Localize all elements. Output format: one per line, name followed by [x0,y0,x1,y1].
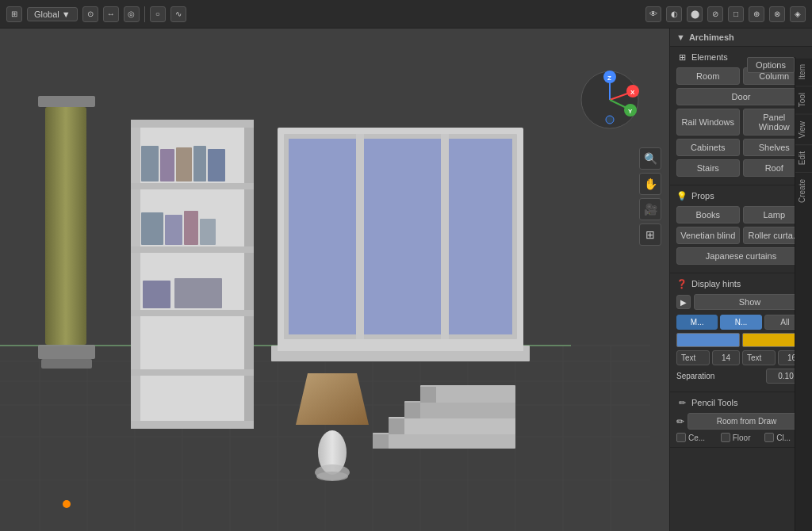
vtab-edit[interactable]: Edit [795,144,812,171]
svg-rect-51 [446,139,512,334]
text-label-2-text: Text [747,353,761,362]
text-label-1: Text [676,350,710,365]
cabinets-shelves-row: Cabinets Shelves [676,139,806,156]
separation-label: Separation [676,372,764,380]
editor-type-icon[interactable]: ⊞ [6,6,22,22]
color-swatches-row [676,333,806,347]
svg-rect-60 [373,433,515,449]
venetian-blind-button[interactable]: Venetian blind [676,227,740,244]
viewport-shade-icon[interactable]: 👁 [645,6,661,22]
right-panel: ▼ Archimesh ⊞ Elements Room Column Door … [669,29,812,531]
checkbox-3[interactable] [764,433,774,442]
xray-icon[interactable]: □ [728,6,744,22]
door-button[interactable]: Door [676,88,806,105]
options-button[interactable]: Options [747,57,795,73]
play-button[interactable]: ▶ [676,295,691,309]
svg-rect-37 [160,149,174,181]
svg-text:Z: Z [607,74,611,82]
svg-rect-35 [131,369,254,376]
svg-rect-52 [356,134,364,339]
japanese-curtains-button[interactable]: Japanese curtains [676,247,806,265]
svg-rect-23 [45,107,86,345]
pan-icon[interactable]: ✋ [639,173,661,195]
scene-canvas: Z X Y 🔍 ✋ 🎥 ⊞ [0,29,669,531]
global-dropdown[interactable]: Global ▼ [27,7,78,21]
show-button[interactable]: Show [694,294,806,310]
svg-marker-65 [389,418,404,434]
svg-text:X: X [630,89,635,96]
text-value-1-input[interactable] [712,350,740,365]
svg-marker-66 [404,403,420,418]
color-swatch-1[interactable] [676,333,740,347]
books-button[interactable]: Books [676,206,740,223]
material-icon[interactable]: ⬤ [687,6,703,22]
vtab-view[interactable]: View [795,114,812,145]
display-hints-title: ❓ Display hints [676,278,806,289]
transform-icon[interactable]: ↔ [103,6,119,22]
vtab-create[interactable]: Create [795,172,812,209]
svg-point-78 [606,116,614,124]
svg-rect-61 [389,417,515,434]
svg-point-26 [63,500,71,508]
svg-rect-50 [362,139,441,334]
text-label-2: Text [742,350,776,365]
checkbox-label-3: Cl... [776,434,791,442]
checkbox-1[interactable] [676,433,686,442]
svg-point-59 [316,472,348,481]
zoom-icon[interactable]: 🔍 [639,147,661,170]
svg-rect-25 [41,359,92,369]
tab-n-button[interactable]: N... [720,315,761,330]
svg-rect-24 [38,345,95,359]
checkbox-row: Ce... Floor Cl... [676,433,806,442]
rail-panel-row: Rail Windows Panel Window [676,109,806,136]
checkbox-label-2: Floor [733,434,751,442]
checkbox-item-2: Floor [721,433,762,442]
elements-label: Elements [691,52,728,62]
books-lamp-row: Books Lamp [676,206,806,223]
global-label: Global [34,10,59,19]
proportional-icon[interactable]: ○ [150,6,166,22]
overlay-icon[interactable]: ⊘ [707,6,723,22]
pivot-icon[interactable]: ◎ [124,6,140,22]
pencil-tools-label: Pencil Tools [691,398,738,407]
panel-collapse-icon[interactable]: ▼ [676,32,685,42]
extra-icon3[interactable]: ◈ [790,6,806,22]
svg-rect-30 [131,120,254,128]
mna-tab-row: M... N... All [676,315,806,330]
venetian-roller-row: Venetian blind Roller curta... [676,227,806,244]
viewport[interactable]: Z X Y 🔍 ✋ 🎥 ⊞ [0,29,669,531]
svg-rect-46 [143,281,170,308]
tab-m-button[interactable]: M... [676,315,718,330]
vtab-item[interactable]: Item [795,57,812,86]
room-button[interactable]: Room [676,67,740,85]
render-icon[interactable]: ◐ [666,6,682,22]
svg-rect-34 [131,310,254,316]
checkbox-label-1: Ce... [688,434,705,442]
cabinets-button[interactable]: Cabinets [676,139,740,156]
room-from-draw-button[interactable]: Room from Draw [688,413,806,430]
stairs-button[interactable]: Stairs [676,159,740,177]
dropdown-arrow: ▼ [62,10,71,19]
pencil-tools-section: ✏ Pencil Tools ✏ Room from Draw Ce... Fl… [670,392,812,448]
svg-rect-45 [174,278,222,308]
stairs-roof-row: Stairs Roof [676,159,806,177]
props-title: 💡 Props [676,190,806,201]
snap-icon[interactable]: ⊙ [82,6,98,22]
main-area: Z X Y 🔍 ✋ 🎥 ⊞ [0,29,812,531]
checkbox-2[interactable] [721,433,730,442]
checkbox-item-1: Ce... [676,433,718,442]
extra-icon1[interactable]: ⊕ [749,6,764,22]
props-section: 💡 Props Books Lamp Venetian blind Roller… [670,185,812,273]
top-toolbar: ⊞ Global ▼ ⊙ ↔ ◎ ○ ∿ 👁 ◐ ⬤ ⊘ □ ⊕ ⊗ ◈ [0,0,812,29]
camera-icon[interactable]: 🎥 [639,198,661,220]
vtab-tool[interactable]: Tool [795,86,812,113]
room-from-draw-row: ✏ Room from Draw [676,413,806,430]
vertical-tabs: Item Tool View Edit Create [795,57,812,531]
extra-icon2[interactable]: ⊗ [769,6,785,22]
svg-marker-56 [296,373,369,425]
display-hints-icon: ❓ [676,278,688,289]
rail-windows-button[interactable]: Rail Windows [676,109,740,136]
wave-icon[interactable]: ∿ [170,6,186,22]
grid-icon[interactable]: ⊞ [639,223,661,246]
props-label: Props [691,191,714,201]
